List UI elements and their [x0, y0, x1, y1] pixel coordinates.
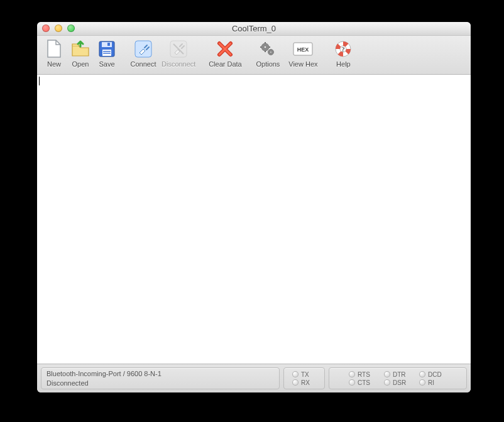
open-label: Open: [72, 61, 89, 68]
save-label: Save: [99, 61, 114, 68]
clear-data-label: Clear Data: [209, 61, 242, 68]
clear-data-button[interactable]: Clear Data: [205, 38, 244, 68]
rts-indicator: RTS: [349, 371, 376, 378]
svg-text:?: ?: [342, 45, 346, 53]
dsr-indicator: DSR: [384, 379, 412, 386]
svg-rect-1: [102, 42, 112, 47]
led-dot-icon: [349, 379, 355, 386]
connect-label: Connect: [131, 61, 156, 68]
app-window: CoolTerm_0 New Open: [37, 22, 471, 392]
window-title: CoolTerm_0: [232, 24, 276, 33]
new-label: New: [47, 61, 61, 68]
save-button[interactable]: Save: [94, 38, 120, 68]
led-dot-icon: [292, 379, 299, 386]
connection-state: Disconnected: [47, 379, 89, 388]
new-button[interactable]: New: [41, 38, 67, 68]
led-dot-icon: [384, 379, 390, 386]
options-button[interactable]: Options: [252, 38, 283, 68]
connect-button[interactable]: Connect: [128, 38, 159, 68]
clear-x-icon: [214, 38, 236, 60]
window-minimize-button[interactable]: [55, 24, 62, 32]
view-hex-button[interactable]: HEX View Hex: [283, 38, 322, 68]
text-caret: [39, 77, 40, 85]
rx-indicator: RX: [292, 379, 316, 386]
view-hex-label: View Hex: [288, 61, 317, 68]
led-dot-icon: [384, 371, 390, 377]
disconnect-label: Disconnect: [162, 61, 195, 68]
dcd-indicator: DCD: [419, 371, 447, 378]
led-dot-icon: [419, 371, 425, 377]
svg-rect-3: [103, 51, 111, 52]
window-controls: [42, 24, 75, 32]
hex-icon: HEX: [292, 38, 314, 60]
connection-info-panel: Bluetooth-Incoming-Port / 9600 8-N-1 Dis…: [41, 367, 280, 389]
status-bar: Bluetooth-Incoming-Port / 9600 8-N-1 Dis…: [37, 364, 471, 392]
help-button[interactable]: ? Help: [330, 38, 356, 68]
open-folder-icon: [70, 38, 91, 60]
led-dot-icon: [292, 371, 299, 377]
svg-rect-4: [103, 53, 111, 54]
dtr-indicator: DTR: [384, 371, 412, 378]
disconnect-button: Disconnect: [159, 38, 198, 68]
toolbar: New Open: [37, 36, 471, 75]
window-zoom-button[interactable]: [67, 24, 75, 32]
titlebar: CoolTerm_0: [37, 22, 471, 36]
help-lifebuoy-icon: ?: [332, 38, 354, 60]
window-close-button[interactable]: [42, 24, 50, 32]
txrx-panel: TX RX: [283, 367, 325, 389]
port-info: Bluetooth-Incoming-Port / 9600 8-N-1: [47, 369, 162, 379]
svg-point-10: [264, 46, 266, 48]
terminal-area[interactable]: [37, 75, 471, 364]
svg-rect-5: [107, 43, 110, 46]
connect-plug-icon: [133, 38, 154, 60]
options-gears-icon: [257, 38, 278, 60]
open-button[interactable]: Open: [67, 38, 94, 68]
help-label: Help: [336, 61, 351, 68]
tx-indicator: TX: [292, 371, 316, 378]
disconnect-plug-icon: [168, 38, 189, 60]
cts-indicator: CTS: [349, 379, 376, 386]
led-dot-icon: [349, 371, 355, 377]
new-file-icon: [43, 38, 65, 60]
led-dot-icon: [419, 379, 425, 386]
save-floppy-icon: [96, 38, 118, 60]
handshake-panel: RTS DTR DCD CTS DSR RI: [329, 367, 467, 389]
svg-point-12: [270, 51, 272, 53]
ri-indicator: RI: [419, 379, 447, 386]
options-label: Options: [256, 61, 280, 68]
hex-icon-text: HEX: [297, 46, 309, 53]
